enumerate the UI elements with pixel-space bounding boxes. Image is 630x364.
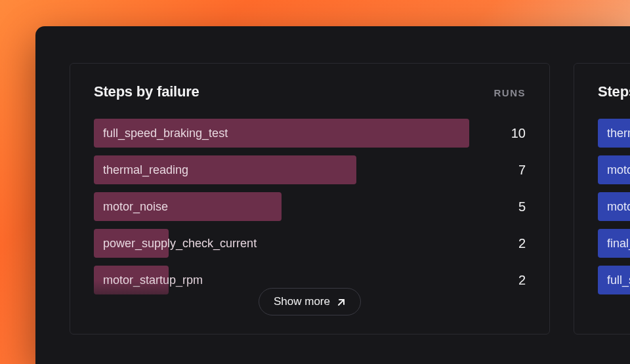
bar-row[interactable]: full_spee [598,266,630,294]
bar-count: 10 [511,126,526,141]
other-bar: full_spee [598,266,630,294]
failure-bar-list: full_speed_braking_test10thermal_reading… [94,119,526,294]
bar-row[interactable]: motor_noise5 [94,192,526,221]
failure-bar: full_speed_braking_test [94,119,469,148]
panel-title: Steps by [598,83,630,100]
failure-bar: thermal_reading [94,155,356,184]
failure-bar: power_supply_check_current [94,229,169,258]
steps-by-failure-panel: Steps by failure RUNS full_speed_braking… [70,63,550,334]
app-window: Steps by failure RUNS full_speed_braking… [35,26,630,364]
bar-count: 5 [518,199,526,214]
other-bar: motor_n [598,192,630,221]
other-bar: final_rpr [598,229,630,258]
arrow-up-right-icon [337,297,346,306]
failure-bar: motor_startup_rpm [94,266,169,294]
show-more-button[interactable]: Show more [259,288,361,315]
panel-header: Steps by failure RUNS [94,83,526,100]
other-bar: thermal_ [598,119,630,148]
other-bar-list: thermal_motor_stmotor_nfinal_rprfull_spe… [598,119,630,294]
steps-by-other-panel: Steps by thermal_motor_stmotor_nfinal_rp… [574,63,630,334]
panel-title: Steps by failure [94,83,200,100]
bar-row[interactable]: final_rpr [598,229,630,258]
bar-count: 2 [518,273,526,288]
bar-row[interactable]: motor_st [598,155,630,184]
bar-count: 7 [518,163,526,178]
bar-row[interactable]: thermal_ [598,119,630,148]
runs-column-label: RUNS [494,87,526,98]
panel-header: Steps by [598,83,630,100]
bar-row[interactable]: motor_n [598,192,630,221]
panels-row: Steps by failure RUNS full_speed_braking… [35,26,630,334]
failure-bar: motor_noise [94,192,282,221]
show-more-label: Show more [274,295,330,308]
bar-count: 2 [518,236,526,251]
bar-row[interactable]: full_speed_braking_test10 [94,119,526,148]
other-bar: motor_st [598,155,630,184]
bar-row[interactable]: thermal_reading7 [94,155,526,184]
bar-row[interactable]: power_supply_check_current2 [94,229,526,258]
